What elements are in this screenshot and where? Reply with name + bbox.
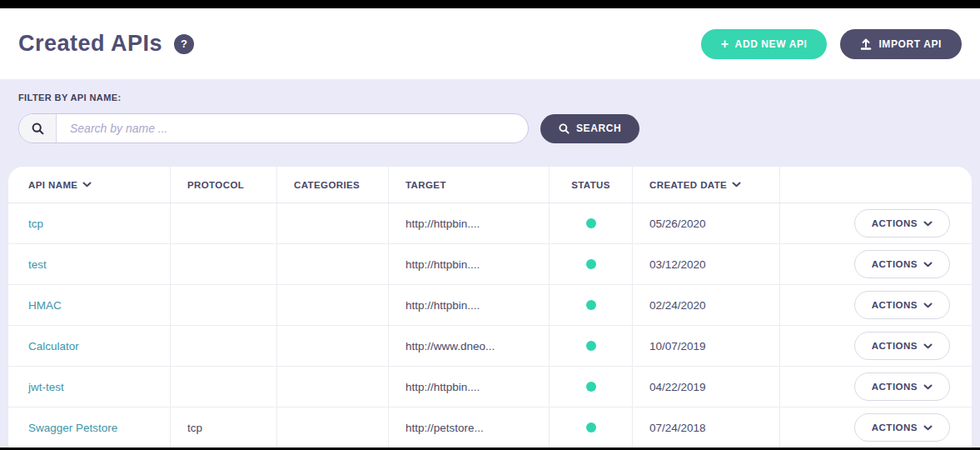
page-title: Created APIs: [18, 31, 162, 57]
actions-cell: ACTIONS: [779, 244, 972, 284]
chevron-down-icon: [923, 302, 933, 308]
categories-cell: [276, 326, 388, 366]
actions-cell: ACTIONS: [779, 285, 972, 325]
actions-button[interactable]: ACTIONS: [854, 209, 950, 238]
table-row: Swagger Petstore tcp http://petstore... …: [8, 408, 972, 448]
status-active-dot: [586, 341, 596, 351]
table-row: tcp http://httpbin.... 05/26/2020 ACTION…: [8, 203, 972, 244]
actions-button-label: ACTIONS: [872, 218, 918, 228]
chevron-down-icon: [82, 182, 92, 188]
api-name-cell: Calculator: [8, 326, 170, 366]
categories-cell: [276, 203, 388, 243]
status-active-dot: [586, 382, 596, 392]
table-row: test http://httpbin.... 03/12/2020 ACTIO…: [8, 244, 972, 285]
add-new-api-label: ADD NEW API: [735, 38, 808, 50]
api-name-link[interactable]: tcp: [28, 218, 43, 230]
actions-button[interactable]: ACTIONS: [854, 250, 950, 278]
actions-button-label: ACTIONS: [872, 341, 918, 351]
api-name-cell: tcp: [8, 203, 170, 243]
api-name-cell: test: [8, 244, 170, 284]
protocol-cell: [170, 285, 276, 325]
actions-button[interactable]: ACTIONS: [854, 332, 950, 360]
actions-button[interactable]: ACTIONS: [854, 291, 950, 319]
created-date-cell: 04/22/2019: [632, 367, 779, 407]
protocol-cell: [170, 326, 276, 366]
protocol-cell: [170, 203, 276, 243]
column-header-target: TARGET: [388, 167, 549, 202]
import-api-label: IMPORT API: [878, 38, 942, 50]
status-active-dot: [586, 259, 596, 269]
filter-label: FILTER BY API NAME:: [18, 92, 962, 102]
actions-button-label: ACTIONS: [872, 259, 918, 269]
created-date-cell: 02/24/2020: [632, 285, 779, 325]
column-header-created-date[interactable]: CREATED DATE: [632, 167, 779, 202]
api-name-link[interactable]: test: [28, 258, 47, 271]
status-cell: [549, 326, 632, 366]
actions-button[interactable]: ACTIONS: [854, 372, 950, 401]
api-name-link[interactable]: HMAC: [28, 299, 62, 312]
apis-table: API NAME PROTOCOL CATEGORIES TARGET STAT…: [8, 167, 972, 448]
chevron-down-icon: [923, 425, 933, 431]
table-row: jwt-test http://httpbin.... 04/22/2019 A…: [8, 367, 972, 408]
created-date-cell: 05/26/2020: [632, 203, 779, 243]
api-name-link[interactable]: Swagger Petstore: [28, 422, 117, 434]
actions-button[interactable]: ACTIONS: [854, 413, 950, 442]
categories-cell: [276, 408, 388, 448]
api-name-link[interactable]: jwt-test: [28, 381, 64, 393]
target-cell: http://httpbin....: [388, 367, 549, 407]
actions-cell: ACTIONS: [779, 203, 972, 243]
magnifier-icon: [559, 123, 570, 134]
target-cell: http://petstore...: [388, 408, 549, 448]
api-name-cell: HMAC: [8, 285, 170, 325]
created-date-cell: 03/12/2020: [632, 244, 779, 284]
chevron-down-icon: [923, 221, 933, 227]
categories-cell: [276, 285, 388, 325]
created-date-cell: 07/24/2018: [632, 408, 779, 448]
upload-icon: [860, 38, 872, 50]
created-date-cell: 10/07/2019: [632, 326, 779, 366]
actions-cell: ACTIONS: [779, 367, 972, 407]
search-icon: [19, 114, 57, 142]
status-active-dot: [586, 422, 596, 432]
status-cell: [549, 285, 632, 325]
search-input[interactable]: [57, 114, 528, 142]
page-background: Created APIs ? + ADD NEW API IMPORT API …: [0, 8, 980, 448]
chevron-down-icon: [923, 262, 933, 268]
chevron-down-icon: [923, 343, 933, 349]
page-header: Created APIs ? + ADD NEW API IMPORT API: [0, 8, 980, 79]
protocol-cell: [170, 244, 276, 284]
table-header-row: API NAME PROTOCOL CATEGORIES TARGET STAT…: [8, 167, 972, 203]
protocol-cell: tcp: [170, 408, 276, 448]
target-cell: http://httpbin....: [388, 203, 549, 243]
status-cell: [549, 367, 632, 407]
chevron-down-icon: [923, 384, 933, 390]
categories-cell: [276, 244, 388, 284]
table-body: tcp http://httpbin.... 05/26/2020 ACTION…: [8, 203, 972, 448]
table-row: HMAC http://httpbin.... 02/24/2020 ACTIO…: [8, 285, 972, 326]
import-api-button[interactable]: IMPORT API: [840, 29, 962, 59]
column-header-categories: CATEGORIES: [276, 167, 388, 202]
add-new-api-button[interactable]: + ADD NEW API: [701, 29, 828, 59]
search-button-label: SEARCH: [576, 122, 621, 134]
status-active-dot: [586, 218, 596, 228]
api-name-link[interactable]: Calculator: [28, 340, 79, 352]
column-header-api-name[interactable]: API NAME: [8, 167, 170, 202]
search-button[interactable]: SEARCH: [540, 114, 639, 143]
actions-button-label: ACTIONS: [872, 382, 918, 392]
plus-icon: +: [721, 38, 729, 51]
target-cell: http://httpbin....: [388, 244, 549, 284]
target-cell: http://httpbin....: [388, 285, 549, 325]
column-header-actions: [779, 167, 972, 202]
actions-button-label: ACTIONS: [872, 300, 918, 310]
actions-cell: ACTIONS: [779, 326, 972, 366]
filter-section: FILTER BY API NAME: SEARC: [0, 79, 980, 167]
status-cell: [549, 408, 632, 448]
actions-button-label: ACTIONS: [872, 422, 918, 432]
categories-cell: [276, 367, 388, 407]
help-icon[interactable]: ?: [174, 34, 194, 54]
protocol-cell: [170, 367, 276, 407]
status-active-dot: [586, 300, 596, 310]
column-header-status: STATUS: [549, 167, 632, 202]
actions-cell: ACTIONS: [779, 408, 972, 448]
chevron-down-icon: [732, 182, 741, 188]
